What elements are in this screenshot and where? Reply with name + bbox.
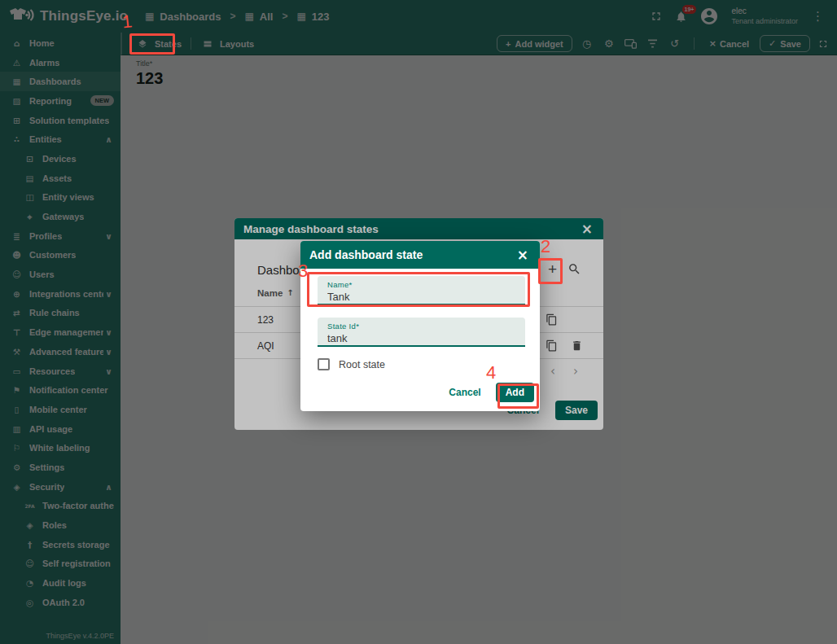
state-name-field: Name* bbox=[318, 276, 525, 305]
add-state-modal-footer: Cancel Add bbox=[300, 383, 540, 411]
screen: ThingsEye.io ▦Dashboards>▦All>▦123 19+ e… bbox=[0, 0, 837, 644]
add-state-modal-title: Add dashboard state bbox=[309, 248, 423, 261]
add-dashboard-state-modal: Add dashboard state × Name* State Id* Ro… bbox=[300, 241, 540, 411]
close-icon[interactable]: × bbox=[517, 248, 528, 262]
add-state-cancel-button[interactable]: Cancel bbox=[444, 383, 485, 401]
root-state-checkbox[interactable] bbox=[318, 358, 330, 370]
state-name-label: Name* bbox=[327, 280, 515, 289]
root-state-row: Root state bbox=[318, 358, 525, 370]
state-id-input[interactable] bbox=[327, 331, 515, 344]
add-state-add-button[interactable]: Add bbox=[496, 383, 534, 402]
root-state-label: Root state bbox=[339, 359, 385, 370]
add-state-modal-header: Add dashboard state × bbox=[300, 241, 540, 269]
state-id-label: State Id* bbox=[327, 322, 515, 331]
state-id-field: State Id* bbox=[318, 318, 525, 347]
state-name-input[interactable] bbox=[327, 290, 515, 303]
add-state-modal-body: Name* State Id* Root state bbox=[300, 269, 540, 370]
